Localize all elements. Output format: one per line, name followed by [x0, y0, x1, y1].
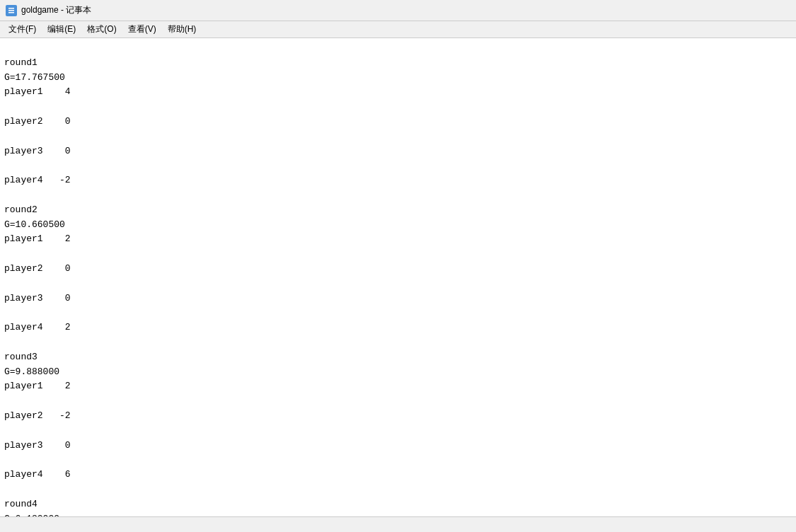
text-line: G=9.888000 — [4, 365, 792, 380]
svg-rect-3 — [8, 12, 14, 13]
text-line: player3 0 — [4, 144, 792, 159]
text-line: player2 -2 — [4, 409, 792, 424]
svg-rect-2 — [8, 10, 14, 11]
text-line: player2 0 — [4, 262, 792, 277]
text-line: player4 2 — [4, 320, 792, 335]
text-line: round2 — [4, 203, 792, 218]
menu-bar: 文件(F) 编辑(E) 格式(O) 查看(V) 帮助(H) — [0, 21, 796, 38]
menu-format[interactable]: 格式(O) — [81, 22, 122, 37]
text-line — [4, 306, 792, 320]
title-bar: goldgame - 记事本 — [0, 0, 796, 21]
text-line — [4, 277, 792, 291]
menu-file[interactable]: 文件(F) — [3, 22, 42, 37]
window-title: goldgame - 记事本 — [21, 4, 91, 16]
text-line — [4, 100, 792, 115]
text-line: round1 — [4, 56, 792, 71]
text-line: player3 0 — [4, 291, 792, 306]
text-line: G=10.660500 — [4, 218, 792, 233]
app-icon — [6, 5, 17, 16]
text-line: player3 0 — [4, 439, 792, 453]
text-editor-content[interactable]: round1G=17.767500player1 4 player2 0 pla… — [0, 38, 796, 516]
text-line: player4 6 — [4, 468, 792, 482]
text-line — [4, 158, 792, 173]
text-line — [4, 129, 792, 144]
text-line — [4, 394, 792, 409]
text-line: player1 4 — [4, 85, 792, 100]
menu-view[interactable]: 查看(V) — [122, 22, 162, 37]
text-line: G=17.767500 — [4, 71, 792, 86]
text-line: player1 2 — [4, 232, 792, 247]
text-line — [4, 482, 792, 497]
text-line — [4, 335, 792, 350]
status-bar — [0, 516, 796, 532]
svg-rect-1 — [8, 8, 14, 9]
text-line — [4, 453, 792, 468]
text-line — [4, 424, 792, 439]
text-line: player2 0 — [4, 115, 792, 129]
menu-edit[interactable]: 编辑(E) — [42, 22, 81, 37]
text-line: round3 — [4, 350, 792, 365]
text-line: round4 — [4, 497, 792, 512]
text-line: player1 2 — [4, 379, 792, 394]
text-line — [4, 188, 792, 203]
text-line — [4, 247, 792, 262]
text-line: player4 -2 — [4, 173, 792, 188]
menu-help[interactable]: 帮助(H) — [162, 22, 202, 37]
